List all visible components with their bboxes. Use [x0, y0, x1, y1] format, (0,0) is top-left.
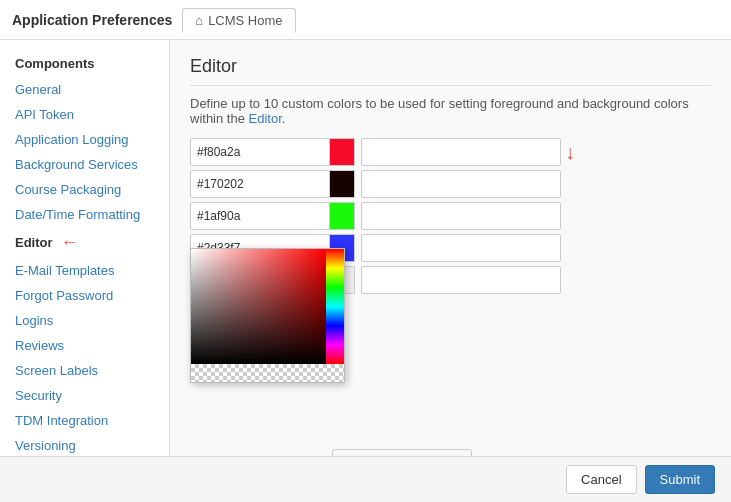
arrow-down-1: ↓ — [565, 141, 575, 164]
arrow-right-icon: ← — [61, 232, 79, 253]
sidebar-item-general[interactable]: General — [0, 77, 169, 102]
color-label-input-5[interactable] — [361, 266, 561, 294]
color-label-input-1[interactable] — [361, 138, 561, 166]
description: Define up to 10 custom colors to be used… — [190, 96, 711, 126]
color-swatch-3[interactable] — [329, 202, 355, 230]
color-picker-hue-slider[interactable] — [326, 249, 344, 364]
sidebar-item-background-services[interactable]: Background Services — [0, 152, 169, 177]
color-picker-main-gradient[interactable] — [191, 249, 326, 364]
color-swatch-1[interactable] — [329, 138, 355, 166]
sidebar-item-application-logging[interactable]: Application Logging — [0, 127, 169, 152]
submit-button[interactable]: Submit — [645, 465, 715, 494]
home-icon: ⌂ — [195, 13, 203, 28]
color-row-3 — [190, 202, 711, 230]
color-swatch-2[interactable] — [329, 170, 355, 198]
cancel-button[interactable]: Cancel — [566, 465, 636, 494]
sidebar-item-logins[interactable]: Logins — [0, 308, 169, 333]
color-label-input-2[interactable] — [361, 170, 561, 198]
sidebar-item-tdm[interactable]: TDM Integration — [0, 408, 169, 433]
sidebar-item-screen-labels[interactable]: Screen Labels — [0, 358, 169, 383]
sidebar-item-email-templates[interactable]: E-Mail Templates — [0, 258, 169, 283]
header: Application Preferences ⌂ LCMS Home — [0, 0, 731, 40]
home-tab-label: LCMS Home — [208, 13, 282, 28]
editor-link[interactable]: Editor — [249, 111, 282, 126]
sidebar-section-title: Components — [0, 52, 169, 77]
sidebar-item-versioning[interactable]: Versioning — [0, 433, 169, 458]
sidebar-item-security[interactable]: Security — [0, 383, 169, 408]
color-rows: ↓ — [190, 138, 711, 294]
color-picker-popup — [190, 248, 345, 383]
sidebar-item-forgot-password[interactable]: Forgot Password — [0, 283, 169, 308]
sidebar: Components General API Token Application… — [0, 40, 170, 502]
sidebar-item-datetime[interactable]: Date/Time Formatting — [0, 202, 169, 227]
sidebar-item-editor-label: Editor — [15, 235, 53, 250]
home-tab[interactable]: ⌂ LCMS Home — [182, 8, 295, 33]
sidebar-item-api-token[interactable]: API Token — [0, 102, 169, 127]
color-picker-gradient-area[interactable] — [191, 249, 344, 364]
color-label-input-3[interactable] — [361, 202, 561, 230]
color-hex-input-3[interactable] — [190, 202, 330, 230]
color-label-input-4[interactable] — [361, 234, 561, 262]
sidebar-item-editor[interactable]: Editor ← — [0, 227, 169, 258]
app-title: Application Preferences — [12, 12, 172, 28]
main-content: Editor Define up to 10 custom colors to … — [170, 40, 731, 502]
color-row-1: ↓ — [190, 138, 711, 166]
footer: Cancel Submit — [0, 456, 731, 502]
color-hex-input-2[interactable] — [190, 170, 330, 198]
sidebar-item-course-packaging[interactable]: Course Packaging — [0, 177, 169, 202]
color-hex-input-1[interactable] — [190, 138, 330, 166]
section-title: Editor — [190, 56, 711, 86]
color-picker-alpha — [191, 364, 344, 382]
color-row-2 — [190, 170, 711, 198]
sidebar-item-reviews[interactable]: Reviews — [0, 333, 169, 358]
